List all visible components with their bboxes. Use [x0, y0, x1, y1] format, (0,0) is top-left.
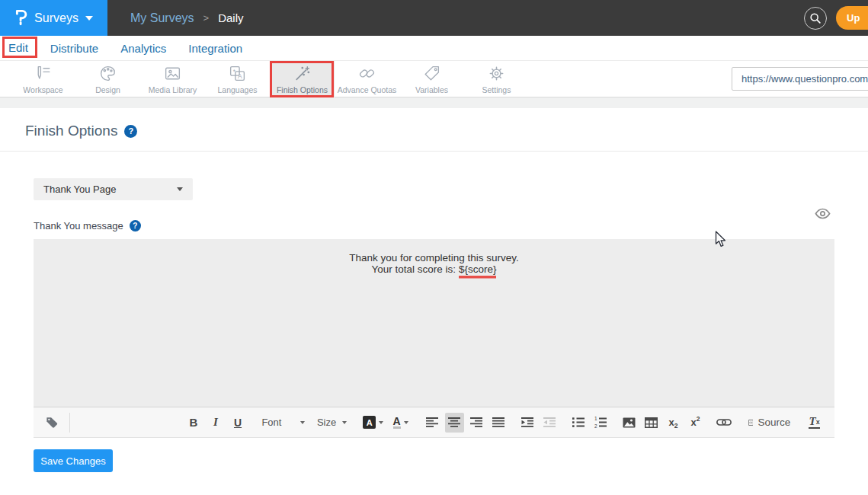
- text-color-button[interactable]: A: [389, 413, 413, 433]
- settings-icon: [487, 64, 506, 83]
- thank-you-message-editor: Thank you for completing this survey. Yo…: [34, 239, 834, 438]
- increase-indent-button[interactable]: [517, 413, 536, 433]
- media-library-icon: [163, 64, 182, 83]
- image-icon: [623, 417, 636, 428]
- toolbar-item-design[interactable]: Design: [75, 61, 140, 97]
- survey-url-input[interactable]: [732, 67, 868, 91]
- toolbar-separator: [69, 413, 70, 433]
- workspace-icon: [34, 64, 53, 83]
- align-left-icon: [426, 417, 438, 428]
- preview-button[interactable]: [815, 208, 831, 222]
- finish-options-icon: [293, 64, 312, 83]
- tab-analytics[interactable]: Analytics: [120, 40, 167, 56]
- font-dropdown[interactable]: Font: [257, 413, 309, 433]
- align-center-icon: [448, 417, 460, 428]
- toolbar-item-workspace[interactable]: Workspace: [11, 61, 75, 97]
- finish-options-panel: Finish Options ? Thank You Page Thank Yo…: [0, 108, 868, 495]
- justify-button[interactable]: [489, 413, 508, 433]
- help-icon[interactable]: ?: [124, 125, 137, 138]
- background-color-icon: A: [363, 416, 376, 429]
- toolbar-item-finish-options[interactable]: Finish Options: [270, 61, 335, 97]
- toolbar-item-media-library[interactable]: Media Library: [140, 61, 205, 97]
- source-button-label: Source: [757, 417, 790, 428]
- toolbar-item-label: Advance Quotas: [338, 85, 397, 94]
- score-variable-annotated: ${score}: [459, 264, 497, 276]
- tab-edit[interactable]: Edit: [8, 40, 29, 56]
- link-icon: [716, 417, 732, 427]
- variables-icon: [422, 64, 441, 83]
- subscript-button[interactable]: x2: [664, 413, 683, 433]
- source-button[interactable]: Source: [744, 413, 795, 433]
- search-button[interactable]: [804, 7, 827, 30]
- bulleted-list-icon: [572, 417, 585, 428]
- finish-type-dropdown[interactable]: Thank You Page: [34, 178, 193, 200]
- decrease-indent-icon: [543, 417, 556, 428]
- remove-format-button[interactable]: Tx: [805, 413, 824, 433]
- breadcrumb-my-surveys[interactable]: My Surveys: [130, 11, 194, 25]
- insert-link-button[interactable]: [715, 413, 734, 433]
- title-divider: [0, 151, 868, 152]
- editor-line2-prefix: Your total score is:: [372, 263, 459, 275]
- svg-text:1: 1: [594, 417, 597, 421]
- help-icon[interactable]: ?: [130, 220, 141, 232]
- decrease-indent-button[interactable]: [540, 413, 559, 433]
- align-center-button[interactable]: [445, 413, 464, 433]
- tab-integration[interactable]: Integration: [187, 40, 243, 56]
- mouse-cursor: [715, 231, 728, 252]
- insert-table-button[interactable]: [642, 413, 661, 433]
- font-dropdown-label: Font: [261, 417, 281, 428]
- upgrade-button-label: Up: [847, 12, 860, 24]
- languages-icon: * A: [228, 64, 247, 83]
- toolbar-item-label: Variables: [415, 85, 448, 94]
- thank-you-message-label: Thank You message: [34, 220, 123, 232]
- toolbar-item-label: Design: [95, 85, 120, 94]
- svg-text:2: 2: [594, 423, 597, 429]
- svg-text:A: A: [238, 72, 242, 80]
- numbered-list-button[interactable]: 1 2: [591, 413, 610, 433]
- topbar-actions: Up: [804, 0, 868, 36]
- toolbar-item-advance-quotas[interactable]: Advance Quotas: [335, 61, 399, 97]
- surveys-app-menu-button[interactable]: Surveys: [0, 0, 107, 36]
- finish-type-selected-value: Thank You Page: [43, 184, 116, 195]
- superscript-button[interactable]: x2: [686, 413, 705, 433]
- bold-button[interactable]: B: [184, 413, 203, 433]
- top-navigation-bar: Surveys My Surveys > Daily Up: [0, 0, 868, 36]
- table-icon: [645, 417, 658, 428]
- chevron-down-icon: [379, 421, 383, 424]
- toolbar-item-label: Languages: [218, 85, 258, 94]
- eye-icon: [815, 208, 831, 219]
- increase-indent-icon: [521, 417, 533, 428]
- upgrade-button[interactable]: Up: [836, 6, 868, 30]
- chevron-down-icon: [177, 187, 183, 191]
- tab-distribute[interactable]: Distribute: [50, 40, 99, 56]
- toolbar-item-label: Settings: [482, 85, 511, 94]
- toolbar-item-settings[interactable]: Settings: [464, 61, 529, 97]
- source-code-icon: [748, 417, 754, 429]
- page-title: Finish Options: [25, 123, 117, 139]
- align-right-icon: [470, 417, 482, 428]
- editor-content-area[interactable]: Thank you for completing this survey. Yo…: [34, 239, 834, 407]
- text-color-icon: A: [393, 416, 401, 429]
- toolbar-item-languages[interactable]: * A Languages: [205, 61, 270, 97]
- bulleted-list-button[interactable]: [569, 413, 588, 433]
- save-changes-button[interactable]: Save Changes: [34, 449, 113, 472]
- insert-image-button[interactable]: [620, 413, 639, 433]
- size-dropdown[interactable]: Size: [312, 413, 351, 433]
- toolbar-item-variables[interactable]: Variables: [399, 61, 464, 97]
- background-color-button[interactable]: A: [361, 413, 386, 433]
- app-menu-label: Surveys: [34, 11, 78, 25]
- search-icon: [809, 11, 822, 25]
- align-left-button[interactable]: [423, 413, 442, 433]
- breadcrumb: My Surveys > Daily: [130, 11, 244, 25]
- editor-text-line-1: Thank you for completing this survey.: [34, 253, 834, 264]
- editor-text-line-2: Your total score is: ${score}: [34, 264, 834, 276]
- align-right-button[interactable]: [467, 413, 486, 433]
- toolbar-item-label: Workspace: [23, 85, 62, 94]
- italic-button[interactable]: I: [207, 413, 226, 433]
- survey-tab-bar: Edit Distribute Analytics Integration: [0, 36, 868, 61]
- rich-text-toolbar: B I U Font Size A A: [34, 407, 834, 437]
- design-icon: [98, 64, 117, 83]
- size-dropdown-label: Size: [317, 417, 336, 428]
- underline-button[interactable]: U: [229, 413, 248, 433]
- insert-variable-button[interactable]: [43, 413, 62, 433]
